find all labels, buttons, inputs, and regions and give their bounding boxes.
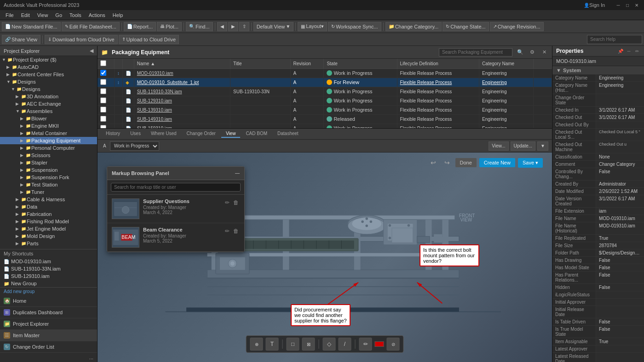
close-panel-btn[interactable]: ✕ xyxy=(540,48,548,57)
table-row[interactable]: ↕ ◆ MOD-019310_Substitute_1.ipt A For Re… xyxy=(98,78,552,87)
shortcut-sub-129310[interactable]: 📄 SUB-129310.iam xyxy=(0,272,97,280)
tree-tuner[interactable]: ▶ 📁 Tuner xyxy=(0,188,97,196)
file-name-cell[interactable]: SUB-139310.iam xyxy=(134,106,230,115)
search-btn[interactable]: 🔍 xyxy=(516,48,524,57)
file-name-cell[interactable]: SUB-129310.iam xyxy=(134,96,230,106)
tree-autocad[interactable]: ▶ 📁 AutoCAD xyxy=(0,63,97,71)
tree-data[interactable]: ▶ 📁 Data xyxy=(0,203,97,210)
tree-3d-annotation[interactable]: ▶ 📁 3D Annotation xyxy=(0,93,97,100)
report-btn[interactable]: 📄 Report... xyxy=(124,22,156,31)
col-title[interactable]: Title xyxy=(230,59,290,69)
menu-tools[interactable]: Tools xyxy=(66,11,85,19)
nav-up-btn[interactable]: ⇧ xyxy=(239,22,249,31)
change-revision-btn[interactable]: ↗ Change Revision... xyxy=(490,22,544,31)
select-all-checkbox[interactable] xyxy=(100,60,106,66)
line-tool-btn[interactable]: / xyxy=(339,338,351,351)
row-checkbox[interactable] xyxy=(100,125,106,128)
annotation-2[interactable]: Is this the correct bolt mount pattern f… xyxy=(420,244,479,266)
pin-icon[interactable]: 📌 xyxy=(617,48,624,54)
update-btn[interactable]: Update... xyxy=(511,141,536,151)
tree-content-center[interactable]: ▶ 📁 Content Center Files xyxy=(0,71,97,78)
tree-designs-root[interactable]: ▼ 📁 Designs xyxy=(0,78,97,85)
nav-duplicates[interactable]: ⊞ Duplicates Dashboard xyxy=(0,307,97,318)
tree-stapler[interactable]: ▶ 📁 Stapler xyxy=(0,159,97,166)
markup-edit-btn[interactable]: ✏ xyxy=(224,198,230,207)
row-checkbox[interactable] xyxy=(100,79,106,85)
tree-root[interactable]: ▼ 📁 Project Explorer ($) xyxy=(0,56,97,63)
change-state-btn[interactable]: ↻ Change State... xyxy=(443,22,489,31)
shortcut-mod-019310[interactable]: 📄 MOD-019310.iam xyxy=(0,258,97,265)
markup-edit-btn-2[interactable]: ✏ xyxy=(224,227,230,235)
filter-btn[interactable]: ⚙ xyxy=(528,48,536,57)
upload-cloud-btn[interactable]: ⇑ Upload to Cloud Drive xyxy=(119,35,179,44)
tree-metal-container[interactable]: ▶ 📁 Metal Container xyxy=(0,130,97,137)
file-category-cell[interactable]: Engineering xyxy=(479,78,534,87)
text-tool-btn[interactable]: T xyxy=(266,338,279,351)
tree-fabrication[interactable]: ▶ 📁 Fabrication xyxy=(0,210,97,218)
col-checkbox[interactable] xyxy=(98,59,114,69)
tree-fishing-rod[interactable]: ▶ 📁 Fishing Rod Model xyxy=(0,218,97,225)
eraser-tool-btn[interactable]: ⊘ xyxy=(387,338,400,351)
pointer-tool-btn[interactable]: ⊕ xyxy=(250,338,263,351)
markup-search-input[interactable] xyxy=(111,183,241,192)
nav-back-btn[interactable]: ◀ xyxy=(217,22,227,31)
create-new-btn[interactable]: Create New xyxy=(479,158,515,167)
row-checkbox[interactable] xyxy=(100,97,106,103)
edit-file-datasheet-btn[interactable]: ✎ Edit File Datasheet... xyxy=(62,22,120,31)
menu-view[interactable]: View xyxy=(34,11,52,19)
download-cloud-btn[interactable]: ⇓ Download from Cloud Drive xyxy=(45,35,118,44)
tab-datasheet[interactable]: Datasheet xyxy=(273,130,303,138)
tree-jet-engine[interactable]: ▶ 📁 Jet Engine Model xyxy=(0,225,97,232)
table-row[interactable]: 📄 SUB-129310.iam A Work in Progress Flex… xyxy=(98,96,552,106)
minimize-btn[interactable]: ─ xyxy=(615,1,622,9)
tree-aec[interactable]: ▶ 📁 AEC Exchange xyxy=(0,100,97,107)
tree-packaging-equipment[interactable]: ▶ 📁 Packaging Equipment xyxy=(0,137,97,144)
markup-delete-btn-2[interactable]: 🗑 xyxy=(232,227,240,235)
col-category[interactable]: Category Name xyxy=(479,59,534,69)
table-row[interactable]: 📄 SUB-139310.iam A Work in Progress Flex… xyxy=(98,106,552,115)
sign-in-btn[interactable]: 👤 Sign In xyxy=(576,1,613,9)
file-name-cell[interactable]: SUB-119310-33N.iam xyxy=(134,87,230,96)
tree-designs-sub[interactable]: ▼ 📁 Designs xyxy=(0,85,97,93)
nav-change-order[interactable]: ↻ Change Order List xyxy=(0,341,97,353)
layout-btn[interactable]: ▦ Layout▾ xyxy=(298,22,327,31)
col-revision[interactable]: Revision xyxy=(290,59,324,69)
file-name-cell[interactable]: SUB-159310.iam xyxy=(134,124,230,129)
row-checkbox[interactable] xyxy=(100,107,106,113)
tree-personal-computer[interactable]: ▶ 📁 Personal Computer xyxy=(0,144,97,152)
col-name[interactable]: Name ▲ xyxy=(134,59,230,69)
tree-mold-design[interactable]: ▶ 📁 Mold Design xyxy=(0,232,97,240)
tree-test-station[interactable]: ▶ 📁 Test Station xyxy=(0,181,97,188)
more-nav-btn[interactable]: ... xyxy=(0,353,97,362)
diamond-tool-btn[interactable]: ◇ xyxy=(323,338,336,351)
share-view-btn[interactable]: 🔗 Share View xyxy=(2,35,40,44)
find-btn[interactable]: 🔍 Find... xyxy=(186,22,213,31)
view-dropdown-btn[interactable]: ▼ xyxy=(537,141,548,151)
tree-assemblies[interactable]: ▼ 📁 Assemblies xyxy=(0,107,97,115)
3d-view[interactable]: FRONT VIEW Markup Browsing Panel xyxy=(98,153,552,362)
annotation-1[interactable]: Did procurement say we could find anothe… xyxy=(291,304,351,326)
file-lifecycle-cell[interactable]: Flexible Release Process xyxy=(397,78,479,87)
markup-panel-close-btn[interactable]: ─ xyxy=(235,170,240,177)
state-selector[interactable]: Work in Progress For Review Released xyxy=(110,141,159,151)
color-picker[interactable] xyxy=(375,341,384,347)
crop-tool-btn[interactable]: ⊠ xyxy=(302,338,315,351)
table-row[interactable]: 📄 SUB-149310.iam A Released Flexible Rel… xyxy=(98,115,552,124)
close-btn[interactable]: ✕ xyxy=(633,1,640,9)
nav-forward-btn[interactable]: ▶ xyxy=(228,22,238,31)
maximize-btn[interactable]: □ xyxy=(624,1,631,9)
shortcut-new-group[interactable]: 📁 New Group xyxy=(0,280,97,287)
file-name-cell[interactable]: MOD-019310_Substitute_1.ipt xyxy=(134,78,230,87)
change-category-btn[interactable]: 📁 Change Category... xyxy=(385,22,442,31)
col-state[interactable]: State xyxy=(324,59,397,69)
new-standard-file-btn[interactable]: 📄 New Standard File... xyxy=(2,22,61,31)
menu-actions[interactable]: Actions xyxy=(85,11,109,19)
tab-history[interactable]: History xyxy=(101,130,125,138)
tree-scissors[interactable]: ▶ 📁 Scissors xyxy=(0,152,97,159)
tree-parts[interactable]: ▶ 📁 Parts xyxy=(0,240,97,247)
rectangle-tool-btn[interactable]: □ xyxy=(287,338,299,351)
tree-cable-harness[interactable]: ▶ 📁 Cable & Harness xyxy=(0,196,97,203)
undo-btn[interactable]: ↩ xyxy=(428,157,439,168)
shortcut-sub-119310[interactable]: 📄 SUB-119310-33N.iam xyxy=(0,265,97,272)
tab-change-order[interactable]: Change Order xyxy=(182,130,220,138)
